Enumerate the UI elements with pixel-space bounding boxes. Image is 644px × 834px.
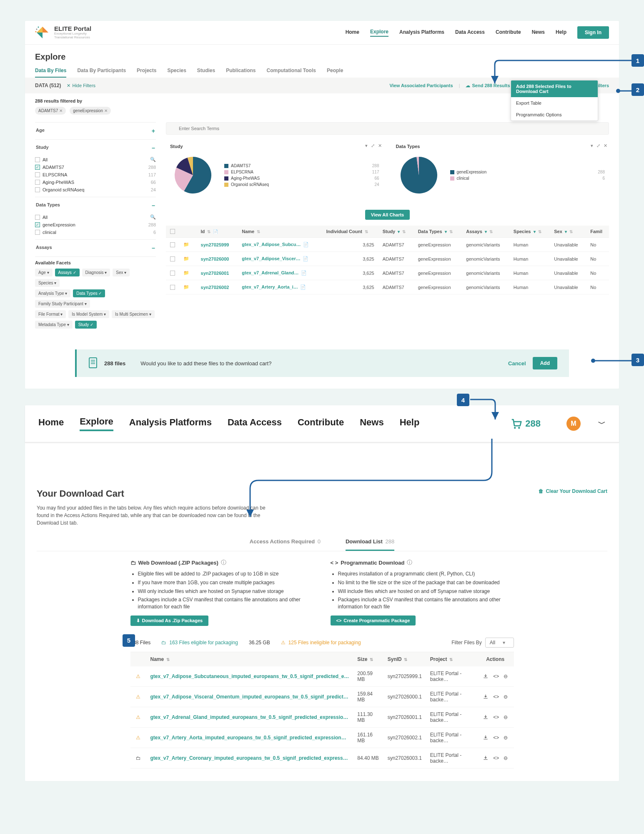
table-header[interactable]: Individual Count ⇅: [322, 226, 378, 238]
facet-option[interactable]: ELPSCRNA117: [35, 171, 156, 178]
file-name-link[interactable]: gtex_v7_Adrenal_Gland_imputed_europeans_…: [150, 714, 348, 720]
copy-icon[interactable]: 📄: [300, 284, 306, 289]
facet-study[interactable]: Study−: [35, 143, 156, 153]
hide-filters-link[interactable]: ✕Hide Filters: [67, 83, 95, 88]
facet-pill[interactable]: Family Study Participant ▾: [35, 300, 90, 308]
expand-icon[interactable]: ⤢: [596, 143, 600, 148]
chip-remove-icon[interactable]: ✕: [104, 108, 108, 113]
nav-help[interactable]: Help: [556, 29, 566, 36]
facet-pill[interactable]: Diagnosis ▾: [82, 269, 110, 276]
download-file-icon[interactable]: [483, 735, 489, 741]
subtab-studies[interactable]: Studies: [197, 68, 215, 78]
download-menu-export[interactable]: Export Table: [511, 97, 598, 109]
nav-data-access[interactable]: Data Access: [455, 29, 485, 36]
subtab-people[interactable]: People: [327, 68, 343, 78]
filter-icon[interactable]: ▾: [591, 143, 593, 148]
download-file-icon[interactable]: [483, 755, 489, 761]
remove-file-icon[interactable]: ⊖: [504, 714, 508, 720]
checkbox-icon[interactable]: [170, 285, 175, 290]
facet-assays[interactable]: Assays−: [35, 243, 156, 253]
table-header[interactable]: Name ⇅: [146, 652, 353, 666]
create-prog-package-button[interactable]: <>Create Programmatic Package: [331, 615, 416, 626]
brand[interactable]: ELITE Portal Exceptional Longevity Trans…: [35, 25, 91, 40]
nav-news[interactable]: News: [532, 29, 545, 36]
clear-cart-link[interactable]: 🗑Clear Your Download Cart: [539, 488, 607, 494]
row-name-link[interactable]: gtex_v7_Adipose_Viscer…: [242, 256, 300, 261]
chip-remove-icon[interactable]: ✕: [59, 108, 63, 113]
nav-data-access[interactable]: Data Access: [228, 417, 282, 430]
download-file-icon[interactable]: [483, 673, 489, 680]
nav-analysis[interactable]: Analysis Platforms: [399, 29, 444, 36]
facet-option[interactable]: Aging-PheWAS66: [35, 178, 156, 186]
row-name-link[interactable]: gtex_v7_Adrenal_Gland…: [242, 270, 298, 275]
facet-age[interactable]: Age+: [35, 126, 156, 136]
search-input[interactable]: [166, 122, 609, 135]
row-id-link[interactable]: syn27026002: [201, 285, 229, 290]
file-name-link[interactable]: gtex_v7_Adipose_Visceral_Omentum_imputed…: [150, 694, 348, 700]
remove-file-icon[interactable]: ⊖: [504, 694, 508, 700]
facet-pill[interactable]: Analysis Type ▾: [35, 289, 70, 297]
file-name-link[interactable]: gtex_v7_Adipose_Subcutaneous_imputed_eur…: [150, 673, 349, 679]
expand-icon[interactable]: ⤢: [371, 143, 375, 148]
table-header[interactable]: Study ▾ ⇅: [378, 226, 414, 238]
row-id-link[interactable]: syn27026000: [201, 256, 229, 261]
file-name-link[interactable]: gtex_v7_Artery_Coronary_imputed_european…: [150, 755, 348, 761]
table-header[interactable]: Species ▾ ⇅: [509, 226, 550, 238]
close-icon[interactable]: ✕: [604, 143, 607, 148]
filter-by-select[interactable]: All ▾: [485, 638, 514, 648]
nav-analysis[interactable]: Analysis Platforms: [129, 417, 212, 430]
facet-pill[interactable]: Species ▾: [35, 279, 60, 287]
download-zip-button[interactable]: ⬇Download As .Zip Packages: [130, 615, 209, 626]
table-header[interactable]: Project ⇅: [426, 652, 477, 666]
code-icon[interactable]: <>: [493, 714, 499, 720]
filter-icon[interactable]: ▾: [365, 143, 368, 148]
remove-file-icon[interactable]: ⊖: [504, 673, 508, 679]
code-icon[interactable]: <>: [493, 755, 499, 761]
avatar[interactable]: M: [566, 417, 581, 431]
table-header[interactable]: Id ⇅ 📄: [197, 226, 238, 238]
nav-explore[interactable]: Explore: [370, 29, 388, 37]
table-header[interactable]: Famil: [586, 226, 609, 238]
close-icon[interactable]: ✕: [378, 143, 382, 148]
facet-option[interactable]: All🔍: [35, 156, 156, 163]
info-icon[interactable]: ⓘ: [407, 559, 412, 566]
code-icon[interactable]: <>: [493, 694, 499, 700]
nav-home[interactable]: Home: [38, 417, 64, 430]
tab-access-actions[interactable]: Access Actions Required 0: [250, 538, 321, 551]
facet-pill[interactable]: Data Types ✓: [73, 289, 105, 297]
subtab-species[interactable]: Species: [167, 68, 186, 78]
nav-news[interactable]: News: [360, 417, 383, 430]
facet-option[interactable]: All🔍: [35, 213, 156, 221]
download-menu-prog[interactable]: Programmatic Options: [511, 109, 598, 121]
view-participants-link[interactable]: View Associated Participants: [389, 83, 453, 88]
cart-link[interactable]: 288: [510, 417, 541, 430]
nav-explore[interactable]: Explore: [80, 416, 113, 431]
chevron-down-icon[interactable]: ﹀: [598, 419, 606, 429]
table-header[interactable]: SynID ⇅: [383, 652, 426, 666]
copy-icon[interactable]: 📄: [303, 256, 308, 261]
table-header[interactable]: Size ⇅: [353, 652, 383, 666]
nav-contribute[interactable]: Contribute: [496, 29, 521, 36]
facet-pill[interactable]: Age ▾: [35, 269, 53, 276]
subtab-publications[interactable]: Publications: [226, 68, 256, 78]
cancel-button[interactable]: Cancel: [508, 360, 526, 367]
facet-pill[interactable]: Is Model System ▾: [68, 310, 109, 318]
subtab-data-by-files[interactable]: Data By Files: [35, 68, 66, 78]
facet-option[interactable]: clinical6: [35, 229, 156, 236]
download-file-icon[interactable]: [483, 714, 489, 721]
checkbox-icon[interactable]: [170, 256, 175, 261]
table-header[interactable]: Sex ▾ ⇅: [550, 226, 586, 238]
facet-pill[interactable]: Study ✓: [75, 321, 97, 329]
checkbox-icon[interactable]: [170, 242, 175, 247]
subtab-data-by-participants[interactable]: Data By Participants: [77, 68, 126, 78]
subtab-projects[interactable]: Projects: [137, 68, 156, 78]
subtab-comp-tools[interactable]: Computational Tools: [267, 68, 316, 78]
table-header[interactable]: Data Types ▾ ⇅: [414, 226, 462, 238]
sign-in-button[interactable]: Sign In: [577, 26, 609, 39]
remove-file-icon[interactable]: ⊖: [504, 755, 508, 761]
download-file-icon[interactable]: [483, 694, 489, 700]
row-id-link[interactable]: syn27026001: [201, 271, 229, 276]
facet-pill[interactable]: Assays ✓: [55, 269, 80, 276]
facet-pill[interactable]: Sex ▾: [113, 269, 130, 276]
file-name-link[interactable]: gtex_v7_Artery_Aorta_imputed_europeans_t…: [150, 735, 346, 741]
